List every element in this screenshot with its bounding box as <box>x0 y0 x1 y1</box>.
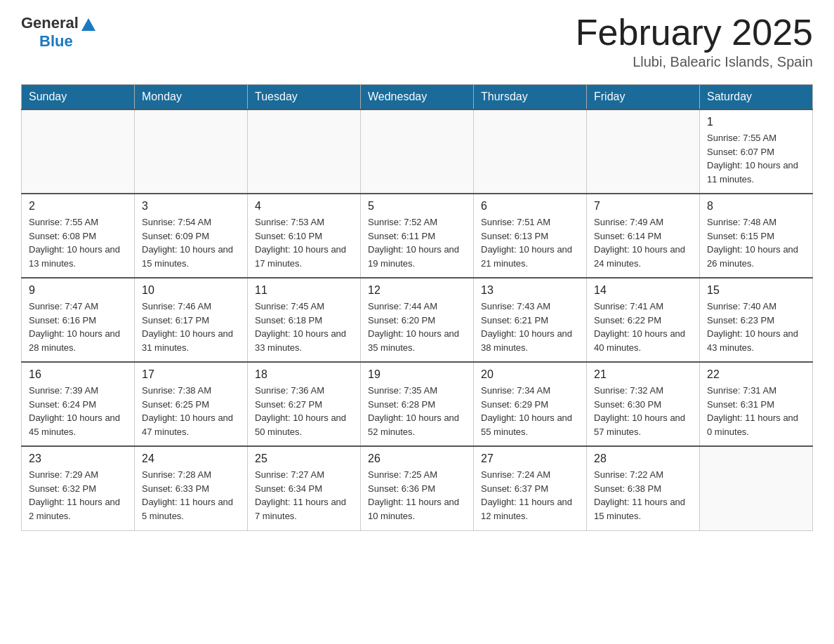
day-info: Sunrise: 7:35 AM Sunset: 6:28 PM Dayligh… <box>368 384 466 438</box>
day-info: Sunrise: 7:41 AM Sunset: 6:22 PM Dayligh… <box>594 300 692 354</box>
logo-blue-text: Blue <box>39 32 73 51</box>
day-number: 20 <box>481 368 579 381</box>
calendar-header-saturday: Saturday <box>700 85 813 110</box>
logo-general-text: General <box>21 14 79 32</box>
day-number: 14 <box>594 284 692 297</box>
calendar-day-cell: 1Sunrise: 7:55 AM Sunset: 6:07 PM Daylig… <box>700 109 813 194</box>
calendar-day-cell: 10Sunrise: 7:46 AM Sunset: 6:17 PM Dayli… <box>135 278 248 362</box>
calendar-week-row: 1Sunrise: 7:55 AM Sunset: 6:07 PM Daylig… <box>22 109 813 194</box>
calendar-header-row: SundayMondayTuesdayWednesdayThursdayFrid… <box>22 85 813 110</box>
day-info: Sunrise: 7:40 AM Sunset: 6:23 PM Dayligh… <box>707 300 805 354</box>
calendar-day-cell: 5Sunrise: 7:52 AM Sunset: 6:11 PM Daylig… <box>361 194 474 278</box>
day-info: Sunrise: 7:51 AM Sunset: 6:13 PM Dayligh… <box>481 215 579 270</box>
calendar-day-cell: 3Sunrise: 7:54 AM Sunset: 6:09 PM Daylig… <box>135 194 248 278</box>
calendar-day-cell: 26Sunrise: 7:25 AM Sunset: 6:36 PM Dayli… <box>361 446 474 530</box>
day-info: Sunrise: 7:49 AM Sunset: 6:14 PM Dayligh… <box>594 215 692 270</box>
day-number: 27 <box>481 452 579 465</box>
day-info: Sunrise: 7:36 AM Sunset: 6:27 PM Dayligh… <box>255 384 353 438</box>
day-number: 7 <box>594 200 692 213</box>
day-number: 3 <box>142 200 240 213</box>
location-subtitle: Llubi, Balearic Islands, Spain <box>576 54 813 70</box>
logo: General Blue <box>21 14 95 51</box>
calendar-day-cell: 20Sunrise: 7:34 AM Sunset: 6:29 PM Dayli… <box>474 362 587 446</box>
day-info: Sunrise: 7:54 AM Sunset: 6:09 PM Dayligh… <box>142 215 240 270</box>
day-info: Sunrise: 7:34 AM Sunset: 6:29 PM Dayligh… <box>481 384 579 438</box>
day-info: Sunrise: 7:43 AM Sunset: 6:21 PM Dayligh… <box>481 300 579 354</box>
day-number: 16 <box>29 368 127 381</box>
calendar-day-cell: 21Sunrise: 7:32 AM Sunset: 6:30 PM Dayli… <box>587 362 700 446</box>
calendar-day-cell: 8Sunrise: 7:48 AM Sunset: 6:15 PM Daylig… <box>700 194 813 278</box>
calendar-day-cell <box>587 109 700 194</box>
day-number: 13 <box>481 284 579 297</box>
day-info: Sunrise: 7:46 AM Sunset: 6:17 PM Dayligh… <box>142 300 240 354</box>
calendar-header-monday: Monday <box>135 85 248 110</box>
day-number: 24 <box>142 452 240 465</box>
day-number: 4 <box>255 200 353 213</box>
day-info: Sunrise: 7:29 AM Sunset: 6:32 PM Dayligh… <box>29 468 127 523</box>
calendar-week-row: 2Sunrise: 7:55 AM Sunset: 6:08 PM Daylig… <box>22 194 813 278</box>
day-info: Sunrise: 7:31 AM Sunset: 6:31 PM Dayligh… <box>707 384 805 438</box>
calendar-day-cell: 11Sunrise: 7:45 AM Sunset: 6:18 PM Dayli… <box>248 278 361 362</box>
day-number: 28 <box>594 452 692 465</box>
day-info: Sunrise: 7:55 AM Sunset: 6:08 PM Dayligh… <box>29 215 127 270</box>
logo-triangle-icon <box>81 18 95 31</box>
day-info: Sunrise: 7:22 AM Sunset: 6:38 PM Dayligh… <box>594 468 692 523</box>
day-number: 18 <box>255 368 353 381</box>
calendar-day-cell: 19Sunrise: 7:35 AM Sunset: 6:28 PM Dayli… <box>361 362 474 446</box>
day-number: 10 <box>142 284 240 297</box>
day-number: 26 <box>368 452 466 465</box>
calendar-day-cell: 15Sunrise: 7:40 AM Sunset: 6:23 PM Dayli… <box>700 278 813 362</box>
day-info: Sunrise: 7:38 AM Sunset: 6:25 PM Dayligh… <box>142 384 240 438</box>
calendar-day-cell <box>700 446 813 530</box>
day-number: 8 <box>707 200 805 213</box>
calendar-day-cell: 17Sunrise: 7:38 AM Sunset: 6:25 PM Dayli… <box>135 362 248 446</box>
day-info: Sunrise: 7:39 AM Sunset: 6:24 PM Dayligh… <box>29 384 127 438</box>
day-number: 2 <box>29 200 127 213</box>
calendar-header-friday: Friday <box>587 85 700 110</box>
calendar-day-cell: 7Sunrise: 7:49 AM Sunset: 6:14 PM Daylig… <box>587 194 700 278</box>
day-number: 22 <box>707 368 805 381</box>
calendar-day-cell: 16Sunrise: 7:39 AM Sunset: 6:24 PM Dayli… <box>22 362 135 446</box>
day-info: Sunrise: 7:45 AM Sunset: 6:18 PM Dayligh… <box>255 300 353 354</box>
day-info: Sunrise: 7:53 AM Sunset: 6:10 PM Dayligh… <box>255 215 353 270</box>
calendar-day-cell <box>248 109 361 194</box>
day-number: 21 <box>594 368 692 381</box>
calendar-day-cell: 23Sunrise: 7:29 AM Sunset: 6:32 PM Dayli… <box>22 446 135 530</box>
calendar-day-cell: 14Sunrise: 7:41 AM Sunset: 6:22 PM Dayli… <box>587 278 700 362</box>
calendar-day-cell: 13Sunrise: 7:43 AM Sunset: 6:21 PM Dayli… <box>474 278 587 362</box>
calendar-header-wednesday: Wednesday <box>361 85 474 110</box>
day-number: 25 <box>255 452 353 465</box>
day-info: Sunrise: 7:24 AM Sunset: 6:37 PM Dayligh… <box>481 468 579 523</box>
day-number: 12 <box>368 284 466 297</box>
day-info: Sunrise: 7:47 AM Sunset: 6:16 PM Dayligh… <box>29 300 127 354</box>
page-header: General Blue February 2025 Llubi, Balear… <box>21 14 813 70</box>
calendar-day-cell: 27Sunrise: 7:24 AM Sunset: 6:37 PM Dayli… <box>474 446 587 530</box>
calendar-header-sunday: Sunday <box>22 85 135 110</box>
calendar-day-cell: 22Sunrise: 7:31 AM Sunset: 6:31 PM Dayli… <box>700 362 813 446</box>
day-number: 15 <box>707 284 805 297</box>
day-info: Sunrise: 7:52 AM Sunset: 6:11 PM Dayligh… <box>368 215 466 270</box>
day-number: 17 <box>142 368 240 381</box>
calendar-day-cell: 24Sunrise: 7:28 AM Sunset: 6:33 PM Dayli… <box>135 446 248 530</box>
day-info: Sunrise: 7:28 AM Sunset: 6:33 PM Dayligh… <box>142 468 240 523</box>
calendar-day-cell: 25Sunrise: 7:27 AM Sunset: 6:34 PM Dayli… <box>248 446 361 530</box>
day-number: 1 <box>707 116 805 128</box>
day-number: 23 <box>29 452 127 465</box>
calendar-header-tuesday: Tuesday <box>248 85 361 110</box>
calendar-day-cell: 6Sunrise: 7:51 AM Sunset: 6:13 PM Daylig… <box>474 194 587 278</box>
calendar-day-cell <box>361 109 474 194</box>
calendar-week-row: 16Sunrise: 7:39 AM Sunset: 6:24 PM Dayli… <box>22 362 813 446</box>
day-info: Sunrise: 7:25 AM Sunset: 6:36 PM Dayligh… <box>368 468 466 523</box>
calendar-day-cell <box>22 109 135 194</box>
calendar-day-cell: 4Sunrise: 7:53 AM Sunset: 6:10 PM Daylig… <box>248 194 361 278</box>
calendar-header-thursday: Thursday <box>474 85 587 110</box>
day-number: 11 <box>255 284 353 297</box>
calendar-week-row: 23Sunrise: 7:29 AM Sunset: 6:32 PM Dayli… <box>22 446 813 530</box>
day-number: 5 <box>368 200 466 213</box>
day-info: Sunrise: 7:32 AM Sunset: 6:30 PM Dayligh… <box>594 384 692 438</box>
day-info: Sunrise: 7:27 AM Sunset: 6:34 PM Dayligh… <box>255 468 353 523</box>
calendar-day-cell: 18Sunrise: 7:36 AM Sunset: 6:27 PM Dayli… <box>248 362 361 446</box>
calendar-day-cell: 2Sunrise: 7:55 AM Sunset: 6:08 PM Daylig… <box>22 194 135 278</box>
day-number: 6 <box>481 200 579 213</box>
day-number: 19 <box>368 368 466 381</box>
